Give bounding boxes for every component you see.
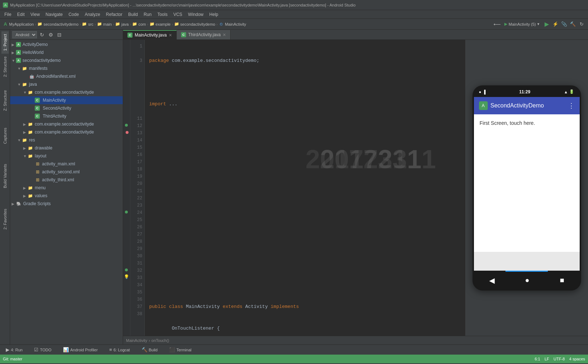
status-lf[interactable]: LF [545, 357, 549, 361]
tool-tab-captures[interactable]: Captures [1, 125, 9, 147]
tree-item-activity-main[interactable]: ⊞ activity_main.xml [10, 160, 123, 168]
menu-help[interactable]: Help [206, 11, 221, 18]
menu-code[interactable]: Code [66, 11, 82, 18]
collapse-icon[interactable]: ⊟ [56, 31, 63, 38]
code-editor[interactable]: 💡 1 3 11 12 13 [123, 40, 465, 336]
tree-item-values[interactable]: ▶ 📁 values [10, 192, 123, 200]
breadcrumb-myapplication[interactable]: A MyApplication [3, 22, 34, 27]
code-content[interactable]: package com.example.secondactivitydemo; … [145, 40, 465, 336]
run-config-dropdown[interactable]: ▶ MainActivity (5) ▾ [502, 21, 542, 28]
breakpoint-3[interactable] [125, 267, 129, 272]
bottom-tab-profiler[interactable]: 📊 Android Profiler [60, 345, 101, 355]
code-line-4 [149, 130, 465, 137]
tree-label-values: values [35, 193, 47, 198]
breadcrumb-mainactivity[interactable]: © MainActivity [219, 22, 246, 27]
menu-view[interactable]: View [28, 11, 43, 18]
tree-item-secondactivitydemo[interactable]: ▼ A secondactivitydemo [10, 56, 123, 64]
tree-item-helloworld[interactable]: ▶ A HelloWorld [10, 48, 123, 56]
menu-edit[interactable]: Edit [14, 11, 28, 18]
code-line-1: package com.example.secondactivitydemo; [149, 57, 465, 64]
bottom-tab-terminal[interactable]: ⬛ Terminal [166, 345, 194, 355]
tree-item-gradle[interactable]: ▶ 🐘 Gradle Scripts [10, 200, 123, 208]
bottom-tab-todo[interactable]: ☑ TODO [31, 345, 54, 355]
tab-close-ta[interactable]: × [223, 32, 226, 38]
editor-tab-mainactivity[interactable]: C MainActivity.java × [123, 30, 177, 39]
breakpoint-2[interactable] [125, 209, 129, 215]
bottom-tab-build[interactable]: 🔨 Build [139, 345, 160, 355]
menu-navigate[interactable]: Navigate [43, 11, 66, 18]
sync-icon[interactable]: ↻ [38, 31, 46, 38]
breadcrumb-com[interactable]: 📁 com [132, 22, 146, 27]
nav-back-button[interactable]: ⟵ [494, 21, 501, 28]
tool-tab-structure[interactable]: 2: Structure [1, 54, 9, 80]
status-indent[interactable]: 4 spaces [569, 357, 585, 361]
phone-back-button[interactable]: ◀ [489, 276, 495, 285]
phone-menu-dots[interactable]: ⋮ [568, 102, 575, 110]
tree-item-androidmanifest[interactable]: 🤖 AndroidManifest.xml [10, 72, 123, 80]
breakpoint-1[interactable] [125, 122, 129, 128]
tree-item-manifests[interactable]: ▼ 📁 manifests [10, 64, 123, 72]
code-line-11 [149, 282, 465, 289]
tree-item-activity-third[interactable]: ⊞ activity_third.xml [10, 176, 123, 184]
tree-item-com1[interactable]: ▼ 📁 com.example.secondactivityde [10, 88, 123, 96]
tree-item-res[interactable]: ▼ 📁 res [10, 136, 123, 144]
attach-button[interactable]: 📎 [560, 21, 568, 28]
tree-item-layout[interactable]: ▼ 📁 layout [10, 152, 123, 160]
status-encoding[interactable]: UTF-8 [554, 357, 565, 361]
tool-tab-z-structure[interactable]: Z: Structure [1, 87, 9, 114]
tree-label-res: res [29, 137, 35, 143]
breadcrumb-example[interactable]: 📁 example [150, 22, 171, 27]
tree-item-drawable[interactable]: ▶ 📁 drawable [10, 144, 123, 152]
tree-item-com2[interactable]: ▶ 📁 com.example.secondactivityde [10, 120, 123, 128]
tree-label-manifests: manifests [29, 66, 47, 71]
menu-run[interactable]: Run [141, 11, 155, 18]
tree-item-secondactivity[interactable]: C SecondActivity [10, 104, 123, 112]
tree-label-com2: com.example.secondactivityde [35, 122, 94, 127]
breadcrumb-src[interactable]: 📁 src [82, 22, 93, 27]
breadcrumb-main[interactable]: 📁 main [97, 22, 112, 27]
tree-item-menu[interactable]: ▶ 📁 menu [10, 184, 123, 192]
debug-button[interactable]: ⚡ [552, 21, 559, 28]
tool-tab-project[interactable]: 1: Project [1, 31, 9, 54]
phone-content-area: First Screen, touch here. [474, 114, 580, 252]
status-position[interactable]: 6:1 [535, 357, 540, 361]
phone-recent-button[interactable]: ■ [560, 276, 564, 284]
code-line-10 [149, 260, 465, 267]
bottom-tab-logcat[interactable]: ≡ 6: Logcat [106, 345, 133, 355]
tree-item-activity-second[interactable]: ⊞ activity_second.xml [10, 168, 123, 176]
menu-file[interactable]: File [1, 11, 14, 18]
tree-item-java[interactable]: ▼ 📁 java [10, 80, 123, 88]
bc-sep2: › [80, 22, 81, 26]
bottom-tab-run[interactable]: ▶ 4: Run [3, 345, 25, 355]
menu-vcs[interactable]: VCS [171, 11, 185, 18]
tool-tab-build-variants[interactable]: Build Variants [1, 161, 9, 191]
tree-item-activitydemo[interactable]: ▶ A ActivityDemo [10, 41, 123, 48]
bc-example: example [156, 22, 171, 26]
sync-button[interactable]: ↻ [578, 21, 585, 28]
bulb-icon[interactable]: 💡 [124, 274, 129, 280]
breadcrumb-secondactivitydemo[interactable]: 📁 secondactivitydemo [37, 22, 79, 27]
menu-analyze[interactable]: Analyze [82, 11, 103, 18]
phone-home-button[interactable]: ● [525, 276, 529, 284]
xml-icon-am: ⊞ [35, 161, 41, 167]
tree-item-com3[interactable]: ▶ 📁 com.example.secondactivityde [10, 128, 123, 136]
build-button[interactable]: 🔨 [569, 21, 576, 28]
tool-tab-favorites[interactable]: 2: Favorites [1, 206, 9, 232]
run-button[interactable]: ▶ [543, 21, 550, 28]
breadcrumb-java[interactable]: 📁 java [115, 22, 129, 27]
tree-item-mainactivity[interactable]: C MainActivity [10, 96, 123, 104]
breadcrumb-secondactivitydemo2[interactable]: 📁 secondactivitydemo [174, 22, 215, 27]
breadcrumb-method: onTouch() [151, 338, 169, 343]
tree-arrow-hw: ▶ [12, 51, 16, 55]
gear-icon[interactable]: ⚙ [47, 31, 54, 38]
project-view-dropdown[interactable]: Android Project [12, 31, 37, 38]
tree-arrow-layout: ▼ [23, 154, 28, 158]
menu-build[interactable]: Build [125, 11, 141, 18]
tree-item-thirdactivity[interactable]: C ThirdActivity [10, 112, 123, 120]
editor-tab-thirdactivity[interactable]: C ThirdActivity.java × [177, 30, 231, 39]
menu-window[interactable]: Window [185, 11, 206, 18]
menu-tools[interactable]: Tools [155, 11, 171, 18]
tree-arrow-gradle: ▶ [12, 202, 16, 206]
menu-refactor[interactable]: Refactor [103, 11, 125, 18]
tab-close-ma[interactable]: × [169, 32, 172, 38]
